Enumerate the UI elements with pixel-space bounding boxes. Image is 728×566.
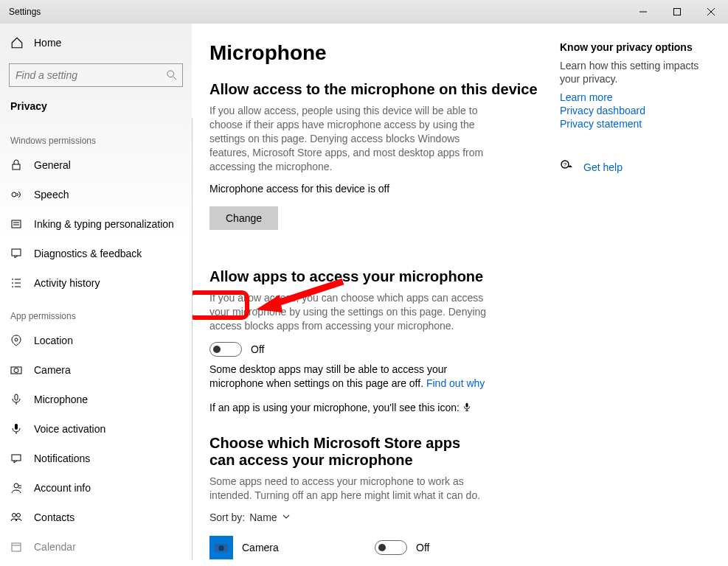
account-icon [10, 482, 24, 494]
svg-text:?: ? [564, 161, 567, 168]
svg-point-24 [14, 483, 18, 488]
nav-label: Contacts [34, 511, 74, 523]
svg-point-28 [17, 514, 21, 517]
right-panel: Know your privacy options Learn how this… [560, 41, 707, 175]
search-input[interactable] [10, 69, 162, 81]
close-button[interactable] [694, 0, 728, 24]
svg-rect-31 [465, 403, 468, 408]
svg-rect-1 [674, 9, 681, 15]
inking-icon [10, 218, 24, 230]
app-toggle[interactable] [375, 540, 407, 555]
app-name: Camera [242, 542, 375, 553]
nav-label: Camera [34, 364, 71, 376]
device-access-status: Microphone access for this device is off [209, 183, 706, 195]
svg-rect-8 [12, 220, 21, 228]
svg-rect-29 [12, 543, 21, 551]
right-heading: Know your privacy options [560, 41, 707, 53]
nav-calendar[interactable]: Calendar [0, 532, 192, 562]
find-out-why-link[interactable]: Find out why [426, 377, 485, 389]
nav-account-info[interactable]: Account info [0, 473, 192, 503]
calendar-icon [10, 541, 24, 553]
breadcrumb: Privacy [0, 94, 192, 122]
svg-point-4 [167, 71, 174, 77]
toggle-switch[interactable] [209, 342, 242, 357]
icon-note: If an app is using your microphone, you'… [209, 401, 490, 416]
nav-contacts[interactable]: Contacts [0, 503, 192, 532]
home-icon [10, 36, 24, 49]
nav-activity[interactable]: Activity history [0, 268, 192, 298]
nav-label: Microphone [34, 394, 88, 405]
search-icon [162, 70, 182, 80]
chevron-down-icon [282, 511, 291, 523]
section-desc: If you allow access, people using this d… [209, 104, 490, 174]
group-app-permissions: App permissions [0, 298, 192, 326]
link-privacy-dashboard[interactable]: Privacy dashboard [560, 105, 707, 116]
app-row-camera: Camera Off [209, 532, 706, 563]
group-windows-permissions: Windows permissions [0, 122, 192, 150]
svg-rect-21 [15, 394, 18, 400]
maximize-button[interactable] [660, 0, 694, 24]
nav-label: Diagnostics & feedback [34, 248, 142, 259]
notifications-icon [10, 453, 24, 464]
svg-rect-22 [15, 424, 18, 430]
nav-label: Calendar [34, 541, 76, 553]
nav-label: General [34, 159, 71, 171]
right-desc: Learn how this setting impacts your priv… [560, 59, 707, 85]
section-heading: Choose which Microsoft Store apps can ac… [209, 435, 490, 469]
link-privacy-statement[interactable]: Privacy statement [560, 118, 707, 130]
svg-point-20 [14, 368, 18, 373]
toggle-state: Off [251, 343, 264, 355]
app-toggle-state: Off [416, 542, 429, 553]
nav-home[interactable]: Home [0, 28, 192, 57]
section-heading: Allow apps to access your microphone [209, 268, 706, 285]
nav-label: Notifications [34, 453, 90, 464]
desktop-note: Some desktop apps may still be able to a… [209, 363, 490, 391]
svg-point-7 [12, 192, 16, 197]
section-desc: Some apps need to access your microphone… [209, 475, 490, 503]
lock-icon [10, 159, 24, 171]
speech-icon [10, 189, 24, 200]
nav-microphone[interactable]: Microphone [0, 385, 192, 414]
section-desc: If you allow access, you can choose whic… [209, 291, 490, 333]
nav-notifications[interactable]: Notifications [0, 444, 192, 473]
svg-line-5 [173, 77, 176, 80]
window-title: Settings [0, 7, 41, 17]
svg-point-27 [13, 514, 16, 517]
titlebar: Settings [0, 0, 728, 24]
nav-voice-activation[interactable]: Voice activation [0, 414, 192, 444]
nav-diagnostics[interactable]: Diagnostics & feedback [0, 239, 192, 268]
link-learn-more[interactable]: Learn more [560, 91, 707, 103]
nav-label: Voice activation [34, 423, 105, 435]
contacts-icon [10, 511, 24, 523]
nav-label: Speech [34, 189, 69, 200]
svg-rect-6 [13, 164, 20, 170]
sort-by[interactable]: Sort by: Name [209, 511, 706, 523]
app-access-toggle[interactable]: Off [209, 342, 706, 357]
get-help[interactable]: ? Get help [560, 159, 707, 175]
sidebar: Home Privacy Windows permissions General… [0, 24, 192, 566]
minimize-button[interactable] [626, 0, 660, 24]
help-icon: ? [560, 159, 573, 175]
nav-label: Inking & typing personalization [34, 218, 174, 230]
camera-icon [10, 364, 24, 376]
app-icon-camera [209, 536, 233, 559]
change-button[interactable]: Change [209, 206, 278, 230]
section-store-apps: Choose which Microsoft Store apps can ac… [209, 435, 706, 566]
microphone-icon [10, 394, 24, 405]
location-icon [10, 335, 24, 346]
search-input-wrap[interactable] [9, 63, 183, 87]
nav-label: Activity history [34, 277, 100, 289]
nav-camera[interactable]: Camera [0, 355, 192, 385]
nav-label: Account info [34, 482, 91, 494]
nav-inking[interactable]: Inking & typing personalization [0, 209, 192, 239]
nav-speech[interactable]: Speech [0, 180, 192, 209]
nav-label: Location [34, 335, 73, 346]
svg-rect-23 [12, 455, 21, 461]
section-app-access: Allow apps to access your microphone If … [209, 268, 706, 416]
nav-location[interactable]: Location [0, 326, 192, 355]
svg-point-18 [15, 338, 18, 341]
feedback-icon [10, 248, 24, 259]
main-content: Microphone Allow access to the microphon… [192, 24, 728, 566]
activity-icon [10, 277, 24, 289]
nav-general[interactable]: General [0, 150, 192, 180]
